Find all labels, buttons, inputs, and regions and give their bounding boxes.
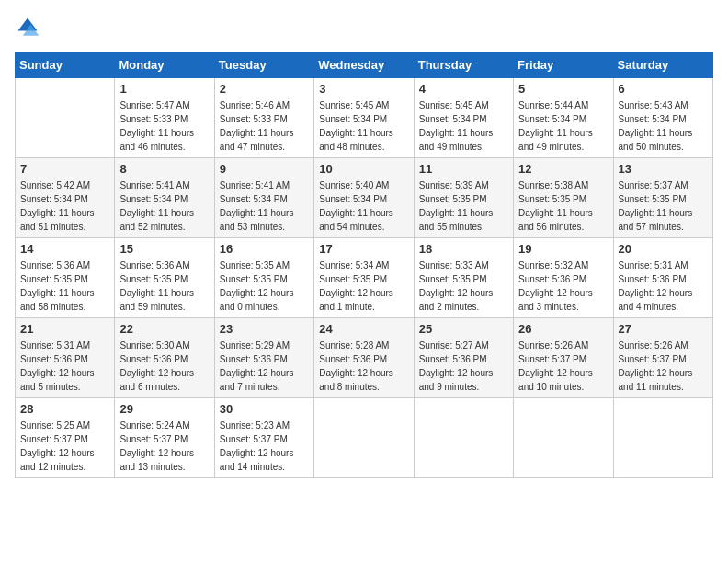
calendar-day-cell: 21 Sunrise: 5:31 AM Sunset: 5:36 PM Dayl… <box>16 318 115 398</box>
daylight-text: Daylight: 12 hours and 3 minutes. <box>518 288 593 312</box>
day-info: Sunrise: 5:47 AM Sunset: 5:33 PM Dayligh… <box>119 98 209 154</box>
sunrise-text: Sunrise: 5:41 AM <box>119 180 189 190</box>
day-number: 19 <box>518 242 608 256</box>
sunset-text: Sunset: 5:37 PM <box>119 434 188 444</box>
weekday-header-row: SundayMondayTuesdayWednesdayThursdayFrid… <box>16 52 713 78</box>
sunrise-text: Sunrise: 5:23 AM <box>220 420 290 431</box>
day-info: Sunrise: 5:33 AM Sunset: 5:35 PM Dayligh… <box>419 259 508 314</box>
sunrise-text: Sunrise: 5:29 AM <box>220 340 290 350</box>
calendar-day-cell: 23 Sunrise: 5:29 AM Sunset: 5:36 PM Dayl… <box>214 318 313 398</box>
day-number: 17 <box>319 242 408 256</box>
day-info: Sunrise: 5:31 AM Sunset: 5:36 PM Dayligh… <box>619 259 708 314</box>
sunset-text: Sunset: 5:37 PM <box>619 354 687 364</box>
daylight-text: Daylight: 12 hours and 6 minutes. <box>119 368 194 392</box>
daylight-text: Daylight: 11 hours and 57 minutes. <box>619 208 693 232</box>
calendar-day-cell: 16 Sunrise: 5:35 AM Sunset: 5:35 PM Dayl… <box>214 238 313 318</box>
calendar-day-cell: 26 Sunrise: 5:26 AM Sunset: 5:37 PM Dayl… <box>514 318 613 398</box>
calendar-week-row: 21 Sunrise: 5:31 AM Sunset: 5:36 PM Dayl… <box>16 318 713 398</box>
day-number: 9 <box>220 162 309 176</box>
daylight-text: Daylight: 11 hours and 49 minutes. <box>419 128 494 152</box>
weekday-header: Sunday <box>16 52 115 78</box>
daylight-text: Daylight: 12 hours and 7 minutes. <box>220 368 294 392</box>
sunrise-text: Sunrise: 5:31 AM <box>619 260 688 270</box>
calendar-day-cell: 3 Sunrise: 5:45 AM Sunset: 5:34 PM Dayli… <box>314 78 414 158</box>
sunset-text: Sunset: 5:34 PM <box>619 114 687 124</box>
sunset-text: Sunset: 5:37 PM <box>20 434 88 444</box>
day-info: Sunrise: 5:31 AM Sunset: 5:36 PM Dayligh… <box>20 339 109 394</box>
daylight-text: Daylight: 11 hours and 53 minutes. <box>220 208 294 232</box>
calendar-day-cell: 20 Sunrise: 5:31 AM Sunset: 5:36 PM Dayl… <box>613 238 712 318</box>
day-number: 4 <box>419 82 508 96</box>
sunrise-text: Sunrise: 5:41 AM <box>220 180 290 190</box>
calendar-day-cell: 4 Sunrise: 5:45 AM Sunset: 5:34 PM Dayli… <box>414 78 513 158</box>
daylight-text: Daylight: 11 hours and 48 minutes. <box>319 128 393 152</box>
day-info: Sunrise: 5:32 AM Sunset: 5:36 PM Dayligh… <box>518 259 608 314</box>
calendar-week-row: 1 Sunrise: 5:47 AM Sunset: 5:33 PM Dayli… <box>16 78 713 158</box>
calendar-day-cell: 5 Sunrise: 5:44 AM Sunset: 5:34 PM Dayli… <box>514 78 613 158</box>
calendar-week-row: 28 Sunrise: 5:25 AM Sunset: 5:37 PM Dayl… <box>16 398 713 478</box>
calendar-day-cell: 28 Sunrise: 5:25 AM Sunset: 5:37 PM Dayl… <box>16 398 115 478</box>
calendar-day-cell: 11 Sunrise: 5:39 AM Sunset: 5:35 PM Dayl… <box>414 158 513 238</box>
sunrise-text: Sunrise: 5:30 AM <box>119 340 189 350</box>
weekday-header: Thursday <box>414 52 513 78</box>
sunrise-text: Sunrise: 5:25 AM <box>20 420 90 431</box>
weekday-header: Tuesday <box>214 52 313 78</box>
sunset-text: Sunset: 5:35 PM <box>419 274 487 284</box>
calendar-day-cell: 1 Sunrise: 5:47 AM Sunset: 5:33 PM Dayli… <box>115 78 214 158</box>
calendar-day-cell: 8 Sunrise: 5:41 AM Sunset: 5:34 PM Dayli… <box>115 158 214 238</box>
sunset-text: Sunset: 5:35 PM <box>619 194 687 204</box>
day-info: Sunrise: 5:39 AM Sunset: 5:35 PM Dayligh… <box>419 178 508 234</box>
daylight-text: Daylight: 12 hours and 13 minutes. <box>119 448 194 472</box>
day-info: Sunrise: 5:41 AM Sunset: 5:34 PM Dayligh… <box>119 178 209 234</box>
sunset-text: Sunset: 5:34 PM <box>419 114 487 124</box>
sunset-text: Sunset: 5:36 PM <box>319 354 387 364</box>
daylight-text: Daylight: 11 hours and 58 minutes. <box>20 288 95 312</box>
day-number: 1 <box>119 82 209 96</box>
calendar-day-cell: 25 Sunrise: 5:27 AM Sunset: 5:36 PM Dayl… <box>414 318 513 398</box>
sunrise-text: Sunrise: 5:36 AM <box>119 260 189 270</box>
day-number: 25 <box>419 322 508 336</box>
sunrise-text: Sunrise: 5:35 AM <box>220 260 290 270</box>
day-info: Sunrise: 5:30 AM Sunset: 5:36 PM Dayligh… <box>119 339 209 394</box>
day-info: Sunrise: 5:41 AM Sunset: 5:34 PM Dayligh… <box>220 178 309 234</box>
sunrise-text: Sunrise: 5:34 AM <box>319 260 389 270</box>
daylight-text: Daylight: 11 hours and 55 minutes. <box>419 208 494 232</box>
sunrise-text: Sunrise: 5:39 AM <box>419 180 489 190</box>
day-number: 14 <box>20 242 109 256</box>
calendar-day-cell: 13 Sunrise: 5:37 AM Sunset: 5:35 PM Dayl… <box>613 158 712 238</box>
calendar-day-cell: 14 Sunrise: 5:36 AM Sunset: 5:35 PM Dayl… <box>16 238 115 318</box>
calendar-day-cell: 9 Sunrise: 5:41 AM Sunset: 5:34 PM Dayli… <box>214 158 313 238</box>
sunrise-text: Sunrise: 5:46 AM <box>220 100 290 110</box>
day-number: 20 <box>619 242 708 256</box>
day-number: 10 <box>319 162 408 176</box>
daylight-text: Daylight: 12 hours and 8 minutes. <box>319 368 393 392</box>
calendar-day-cell: 24 Sunrise: 5:28 AM Sunset: 5:36 PM Dayl… <box>314 318 414 398</box>
sunrise-text: Sunrise: 5:44 AM <box>518 100 588 110</box>
sunset-text: Sunset: 5:36 PM <box>419 354 487 364</box>
sunset-text: Sunset: 5:34 PM <box>319 114 387 124</box>
day-info: Sunrise: 5:36 AM Sunset: 5:35 PM Dayligh… <box>119 259 209 314</box>
sunset-text: Sunset: 5:35 PM <box>518 194 586 204</box>
day-number: 21 <box>20 322 109 336</box>
day-info: Sunrise: 5:26 AM Sunset: 5:37 PM Dayligh… <box>518 339 608 394</box>
sunset-text: Sunset: 5:34 PM <box>119 194 188 204</box>
sunrise-text: Sunrise: 5:40 AM <box>319 180 389 190</box>
day-number: 29 <box>119 402 209 416</box>
sunrise-text: Sunrise: 5:26 AM <box>518 340 588 350</box>
page-header <box>15 15 713 40</box>
sunset-text: Sunset: 5:34 PM <box>319 194 387 204</box>
sunrise-text: Sunrise: 5:33 AM <box>419 260 489 270</box>
daylight-text: Daylight: 11 hours and 54 minutes. <box>319 208 393 232</box>
sunrise-text: Sunrise: 5:43 AM <box>619 100 688 110</box>
sunset-text: Sunset: 5:36 PM <box>518 274 586 284</box>
calendar-day-cell <box>414 398 513 478</box>
day-number: 8 <box>119 162 209 176</box>
sunrise-text: Sunrise: 5:36 AM <box>20 260 90 270</box>
calendar-table: SundayMondayTuesdayWednesdayThursdayFrid… <box>15 52 713 478</box>
daylight-text: Daylight: 12 hours and 5 minutes. <box>20 368 95 392</box>
day-number: 27 <box>619 322 708 336</box>
day-info: Sunrise: 5:46 AM Sunset: 5:33 PM Dayligh… <box>220 98 309 154</box>
calendar-day-cell <box>613 398 712 478</box>
day-number: 11 <box>419 162 508 176</box>
sunrise-text: Sunrise: 5:42 AM <box>20 180 90 190</box>
